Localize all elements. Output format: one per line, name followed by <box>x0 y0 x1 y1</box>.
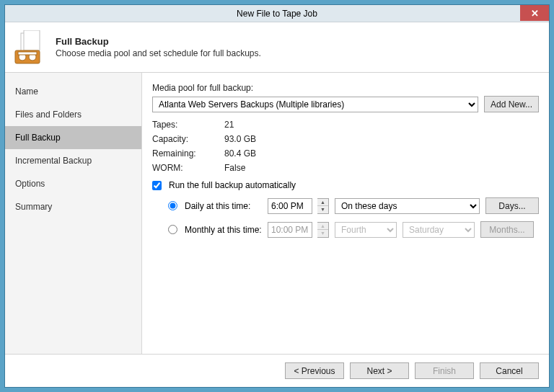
wizard-body: Name Files and Folders Full Backup Incre… <box>5 73 549 354</box>
remaining-value: 80.4 GB <box>224 148 256 159</box>
spinner-down-icon: ▼ <box>317 230 328 237</box>
next-button[interactable]: Next > <box>350 362 409 379</box>
tapes-label: Tapes: <box>152 120 224 130</box>
monthly-time-spinner: ▲▼ <box>317 222 329 238</box>
monthly-time-input <box>268 222 312 238</box>
mediapool-label: Media pool for full backup: <box>152 83 539 93</box>
wizard-header: Full Backup Choose media pool and set sc… <box>5 22 549 73</box>
remaining-label: Remaining: <box>152 148 224 159</box>
wizard-window: New File to Tape Job ✕ Full Backup Choos… <box>4 4 550 388</box>
sidebar-item-incremental-backup[interactable]: Incremental Backup <box>5 149 141 172</box>
run-automatically-label: Run the full backup automatically <box>169 180 296 190</box>
spinner-up-icon[interactable]: ▲ <box>317 199 328 207</box>
months-button: Months... <box>480 221 534 238</box>
monthly-radio[interactable] <box>168 225 177 234</box>
page-title: Full Backup <box>56 36 261 47</box>
daily-mode-select[interactable]: On these days <box>335 198 480 214</box>
schedule-block: Daily at this time: ▲▼ On these days Day… <box>168 197 539 238</box>
tape-icon <box>14 30 48 65</box>
mediapool-select[interactable]: Atlanta Web Servers Backups (Multiple li… <box>152 97 478 112</box>
sidebar-item-options[interactable]: Options <box>5 172 141 195</box>
finish-button: Finish <box>415 362 474 379</box>
mediapool-stats: Tapes:21 Capacity:93.0 GB Remaining:80.4… <box>152 120 539 173</box>
page-subtitle: Choose media pool and set schedule for f… <box>56 48 261 58</box>
cancel-button[interactable]: Cancel <box>480 362 539 379</box>
monthly-day-select: Saturday <box>403 222 475 238</box>
run-automatically-row[interactable]: Run the full backup automatically <box>152 180 539 190</box>
previous-button[interactable]: < Previous <box>285 362 344 379</box>
daily-row: Daily at this time: ▲▼ On these days Day… <box>168 197 539 214</box>
sidebar-item-full-backup[interactable]: Full Backup <box>5 126 141 149</box>
titlebar: New File to Tape Job ✕ <box>5 5 549 22</box>
wizard-content: Media pool for full backup: Atlanta Web … <box>142 73 549 354</box>
add-new-button[interactable]: Add New... <box>484 96 539 112</box>
wizard-sidebar: Name Files and Folders Full Backup Incre… <box>5 73 142 354</box>
spinner-down-icon[interactable]: ▼ <box>317 206 328 213</box>
run-automatically-checkbox[interactable] <box>152 181 162 190</box>
daily-radio[interactable] <box>168 201 177 210</box>
monthly-radio-label[interactable]: Monthly at this time: <box>168 225 262 235</box>
svg-rect-1 <box>24 30 40 50</box>
svg-rect-5 <box>18 52 37 55</box>
header-text: Full Backup Choose media pool and set sc… <box>56 36 261 58</box>
monthly-row: Monthly at this time: ▲▼ Fourth Saturday… <box>168 221 539 238</box>
capacity-label: Capacity: <box>152 134 224 144</box>
worm-value: False <box>224 163 245 173</box>
daily-time-input[interactable] <box>268 198 312 214</box>
daily-time-spinner[interactable]: ▲▼ <box>317 198 329 214</box>
wizard-footer: < Previous Next > Finish Cancel <box>5 354 549 387</box>
daily-radio-label[interactable]: Daily at this time: <box>168 201 262 211</box>
capacity-value: 93.0 GB <box>224 134 256 144</box>
close-button[interactable]: ✕ <box>520 5 549 21</box>
spinner-up-icon: ▲ <box>317 223 328 231</box>
close-icon: ✕ <box>531 8 539 19</box>
worm-label: WORM: <box>152 163 224 173</box>
window-title: New File to Tape Job <box>237 9 317 19</box>
days-button[interactable]: Days... <box>485 197 539 214</box>
monthly-week-select: Fourth <box>335 222 397 238</box>
tapes-value: 21 <box>224 120 234 130</box>
sidebar-item-files-folders[interactable]: Files and Folders <box>5 103 141 126</box>
sidebar-item-name[interactable]: Name <box>5 80 141 103</box>
sidebar-item-summary[interactable]: Summary <box>5 195 141 218</box>
